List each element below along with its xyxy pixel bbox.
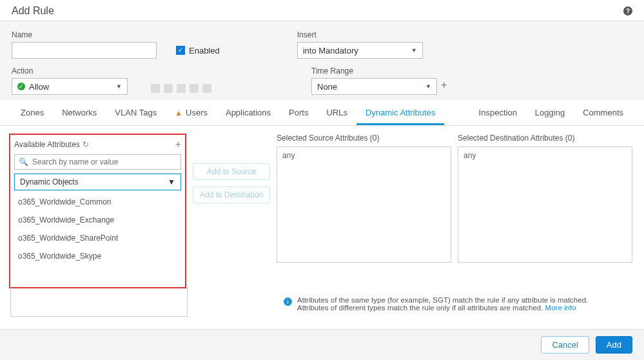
file-icon [164,84,173,93]
chevron-down-icon: ▼ [411,47,417,54]
tab-ports[interactable]: Ports [280,100,317,125]
list-item[interactable]: o365_Worldwide_Exchange [14,211,181,229]
selected-dest-label: Selected Destination Attributes (0) [458,134,632,143]
tab-dynamic-attributes[interactable]: Dynamic Attributes [356,100,444,125]
list-item[interactable]: o365_Worldwide_Common [14,193,181,211]
available-attributes-title: Available Attributes [14,140,80,149]
help-icon[interactable]: ? [623,6,632,15]
attribute-list-extension [10,287,188,317]
name-label: Name [12,30,157,39]
more-info-link[interactable]: More info [545,304,576,312]
add-attribute-icon[interactable]: + [175,139,181,150]
tab-inspection[interactable]: Inspection [470,100,526,125]
tab-comments[interactable]: Comments [574,100,632,125]
selected-dest-box[interactable]: any [458,146,632,263]
time-range-value: None [317,82,337,92]
attribute-list: o365_Worldwide_Common o365_Worldwide_Exc… [14,193,181,283]
info-icon: i [284,297,292,306]
dialog-title: Add Rule [12,5,54,17]
warning-icon: ▲ [175,108,182,117]
add-button[interactable]: Add [596,336,632,354]
time-range-select[interactable]: None ▼ [311,78,437,95]
add-time-range-icon[interactable]: + [441,79,447,91]
mail-icon [190,84,199,93]
form-area: Name ✓ Enabled Insert into Mandatory ▼ A… [0,21,644,100]
name-input[interactable] [12,42,157,59]
insert-select-value: into Mandatory [303,46,358,55]
tab-networks[interactable]: Networks [53,100,106,125]
enabled-label: Enabled [189,46,220,55]
attribute-search-input[interactable] [31,157,177,167]
action-label: Action [12,66,128,75]
list-icon [202,84,211,93]
refresh-icon[interactable]: ↻ [83,140,89,149]
tab-zones[interactable]: Zones [12,100,53,125]
action-select[interactable]: ✓ Allow ▼ [12,78,128,95]
action-icon-strip [151,84,211,93]
chevron-down-icon: ▼ [116,83,122,90]
enabled-checkbox[interactable]: ✓ [176,46,185,55]
cancel-button[interactable]: Cancel [541,336,589,354]
attribute-type-select[interactable]: Dynamic Objects ▼ [14,174,181,190]
insert-label: Insert [297,30,423,39]
selected-source-value: any [282,151,295,160]
user-icon [177,84,186,93]
tab-applications[interactable]: Applications [217,100,280,125]
tab-vlan-tags[interactable]: VLAN Tags [106,100,166,125]
insert-select[interactable]: into Mandatory ▼ [297,42,423,59]
time-range-label: Time Range [311,66,447,75]
selected-source-box[interactable]: any [277,146,451,263]
selected-dest-value: any [463,151,476,160]
attribute-type-value: Dynamic Objects [20,177,79,186]
attribute-search[interactable]: 🔍 [14,154,181,170]
tab-strip: Zones Networks VLAN Tags ▲Users Applicat… [0,100,644,126]
list-item[interactable]: o365_Worldwide_SharePoint [14,229,181,247]
chevron-down-icon: ▼ [168,177,175,186]
action-select-value: Allow [29,82,49,92]
chevron-down-icon: ▼ [425,83,431,90]
search-icon: 🔍 [19,157,28,166]
list-item[interactable]: o365_Worldwide_Skype [14,247,181,265]
selected-source-label: Selected Source Attributes (0) [277,134,451,143]
tab-users[interactable]: ▲Users [166,100,217,125]
available-attributes-panel: Available Attributes ↻ + 🔍 Dynamic Objec… [9,134,186,288]
dialog-footer: Cancel Add [0,329,644,360]
tab-urls[interactable]: URLs [317,100,356,125]
allow-icon: ✓ [17,83,25,90]
tab-logging[interactable]: Logging [526,100,574,125]
add-to-source-button[interactable]: Add to Source [193,163,270,180]
shield-icon [151,84,160,93]
add-to-destination-button[interactable]: Add to Destination [193,186,270,203]
